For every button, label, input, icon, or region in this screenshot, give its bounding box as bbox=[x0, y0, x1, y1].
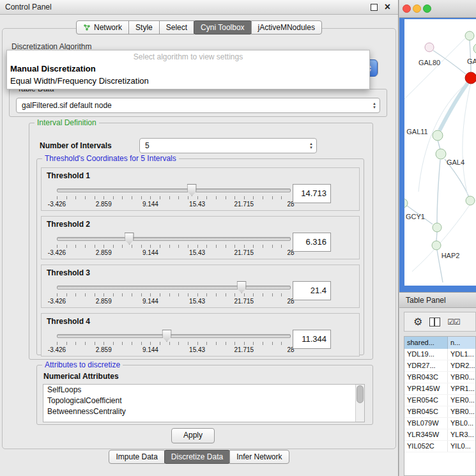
network-node[interactable] bbox=[466, 196, 475, 205]
network-node-label: GCY1 bbox=[406, 213, 425, 220]
table-cell: YPR1... bbox=[448, 383, 475, 394]
tab-infer-network[interactable]: Infer Network bbox=[229, 450, 289, 464]
network-node[interactable] bbox=[425, 43, 434, 52]
gear-icon[interactable]: ⚙ bbox=[413, 317, 422, 327]
tab-jactivemnodules[interactable]: jActiveMNodules bbox=[251, 20, 322, 35]
slider-tick-label: 21.715 bbox=[234, 346, 254, 353]
attribute-list-item[interactable]: SelfLoops bbox=[43, 385, 364, 395]
scrollbar-thumb[interactable] bbox=[357, 385, 364, 403]
table-row[interactable]: YDR27...YDR2... bbox=[404, 360, 475, 372]
table-row[interactable]: YBR045CYBR0... bbox=[404, 406, 475, 418]
table-row[interactable]: YDL19...YDL1... bbox=[404, 349, 475, 360]
attribute-list-item[interactable]: TopologicalCoefficient bbox=[43, 395, 364, 406]
tab-impute-data[interactable]: Impute Data bbox=[109, 450, 164, 464]
network-view-window: GAL80GAGAL11GAL4GCY1HAP2 bbox=[399, 0, 476, 292]
tab-network[interactable]: Network bbox=[76, 20, 129, 35]
table-row[interactable]: YER054CYER0... bbox=[404, 395, 475, 406]
panel-bottom-tabs: Impute Data Discretize Data Infer Networ… bbox=[0, 450, 398, 464]
tab-select[interactable]: Select bbox=[159, 20, 194, 35]
network-canvas[interactable]: GAL80GAGAL11GAL4GCY1HAP2 bbox=[404, 19, 476, 286]
threshold-value-field[interactable]: 6.316 bbox=[293, 233, 331, 252]
network-node-label: GAL80 bbox=[418, 59, 440, 66]
algorithm-dropdown-popup: Select algorithm to view settings Manual… bbox=[6, 50, 370, 89]
slider-thumb[interactable] bbox=[125, 233, 134, 245]
network-node[interactable] bbox=[465, 31, 474, 40]
threshold-value-field[interactable]: 21.4 bbox=[293, 281, 331, 300]
network-edge bbox=[404, 38, 465, 102]
slider-tick-label: -3.426 bbox=[48, 201, 66, 208]
attribute-list-item[interactable]: BetweennessCentrality bbox=[43, 406, 364, 417]
threshold-slider[interactable]: -3.4262.8599.14415.4321.71528 bbox=[57, 328, 291, 355]
apply-button[interactable]: Apply bbox=[171, 428, 215, 443]
table-row[interactable]: YBL079WYBL0... bbox=[404, 418, 475, 429]
threshold-value-field[interactable]: 14.713 bbox=[293, 184, 331, 203]
table-row[interactable]: YIL052CYIL0... bbox=[404, 441, 475, 452]
slider-tick-label: -3.426 bbox=[48, 298, 66, 305]
table-row[interactable]: YPR145WYPR1... bbox=[404, 383, 475, 395]
column-header-name[interactable]: n... bbox=[448, 337, 475, 349]
network-node[interactable] bbox=[433, 130, 443, 141]
slider-thumb[interactable] bbox=[237, 281, 247, 293]
number-of-intervals-combobox[interactable]: 5 ▲▼ bbox=[139, 138, 317, 153]
slider-tick-label: 2.859 bbox=[96, 201, 112, 208]
network-canvas-svg: GAL80GAGAL11GAL4GCY1HAP2 bbox=[404, 19, 476, 286]
slider-track bbox=[57, 334, 291, 338]
zoom-traffic-light-icon[interactable] bbox=[423, 4, 431, 13]
close-icon[interactable]: × bbox=[385, 1, 390, 13]
network-edge bbox=[437, 160, 440, 223]
threshold-label: Threshold 1 bbox=[47, 171, 90, 180]
stepper-arrows-icon: ▲▼ bbox=[372, 102, 376, 109]
slider-tick-label: 21.715 bbox=[234, 201, 254, 208]
table-data-combobox[interactable]: galFiltered.sif default node ▲▼ bbox=[16, 98, 380, 113]
tab-cyni-toolbox[interactable]: Cyni Toolbox bbox=[194, 20, 251, 35]
table-cell: YBL0... bbox=[448, 418, 475, 429]
threshold-slider[interactable]: -3.4262.8599.14415.4321.71528 bbox=[57, 280, 291, 307]
numerical-attributes-list[interactable]: SelfLoopsTopologicalCoefficientBetweenne… bbox=[43, 384, 365, 422]
list-scrollbar[interactable] bbox=[355, 385, 364, 422]
slider-ticks bbox=[57, 342, 291, 345]
select-all-checkbox-icon[interactable]: ☑☑ bbox=[447, 318, 460, 326]
slider-tick-label: 15.43 bbox=[189, 249, 205, 256]
slider-tick-label: 15.43 bbox=[189, 346, 205, 353]
tab-label: Infer Network bbox=[236, 452, 282, 461]
network-node[interactable] bbox=[432, 241, 441, 250]
network-node[interactable] bbox=[465, 72, 476, 84]
slider-tick-label: 2.859 bbox=[96, 249, 112, 256]
network-window-titlebar bbox=[399, 0, 476, 18]
control-panel: Control Panel × Network Style bbox=[0, 0, 399, 476]
network-node[interactable] bbox=[433, 223, 441, 232]
table-row[interactable]: YLR345WYLR3... bbox=[404, 429, 475, 441]
network-edge bbox=[436, 232, 437, 241]
tab-style[interactable]: Style bbox=[128, 20, 160, 35]
table-cell: YIL052C bbox=[404, 441, 448, 452]
network-node-label: GA bbox=[467, 58, 476, 65]
table-row[interactable]: YBR043CYBR0... bbox=[404, 372, 475, 383]
algorithm-option-manual[interactable]: Manual Discretization bbox=[7, 63, 369, 75]
network-icon bbox=[83, 24, 91, 31]
slider-thumb[interactable] bbox=[187, 184, 197, 196]
threshold-slider[interactable]: -3.4262.8599.14415.4321.71528 bbox=[57, 231, 291, 258]
threshold-slider[interactable]: -3.4262.8599.14415.4321.71528 bbox=[57, 183, 291, 210]
algorithm-placeholder-option[interactable]: Select algorithm to view settings bbox=[7, 50, 369, 63]
minimize-traffic-light-icon[interactable] bbox=[413, 4, 421, 13]
threshold-value-field[interactable]: 11.344 bbox=[293, 330, 331, 349]
slider-thumb[interactable] bbox=[162, 330, 172, 342]
network-node[interactable] bbox=[436, 149, 446, 159]
thresholds-group: Threshold's Coordinates for 5 Intervals … bbox=[36, 158, 364, 355]
algorithm-option-equal-width[interactable]: Equal Width/Frequency Discretization bbox=[7, 75, 369, 87]
close-traffic-light-icon[interactable] bbox=[403, 4, 411, 13]
table-cell: YDL19... bbox=[404, 349, 448, 360]
attributes-group-title: Attributes to discretize bbox=[42, 360, 123, 369]
slider-ticks bbox=[57, 196, 291, 199]
slider-ticks bbox=[57, 293, 291, 296]
columns-icon[interactable] bbox=[429, 318, 440, 326]
thresholds-group-title: Threshold's Coordinates for 5 Intervals bbox=[42, 154, 179, 163]
network-node[interactable] bbox=[473, 43, 476, 54]
tab-discretize-data[interactable]: Discretize Data bbox=[164, 450, 230, 464]
slider-track bbox=[57, 237, 291, 241]
threshold-panel: Threshold 3 -3.4262.8599.14415.4321.7152… bbox=[41, 265, 360, 308]
slider-tick-label: 9.144 bbox=[142, 298, 158, 305]
tab-label: Network bbox=[94, 23, 122, 32]
float-window-icon[interactable] bbox=[371, 4, 378, 11]
column-header-shared[interactable]: shared... bbox=[404, 337, 448, 349]
